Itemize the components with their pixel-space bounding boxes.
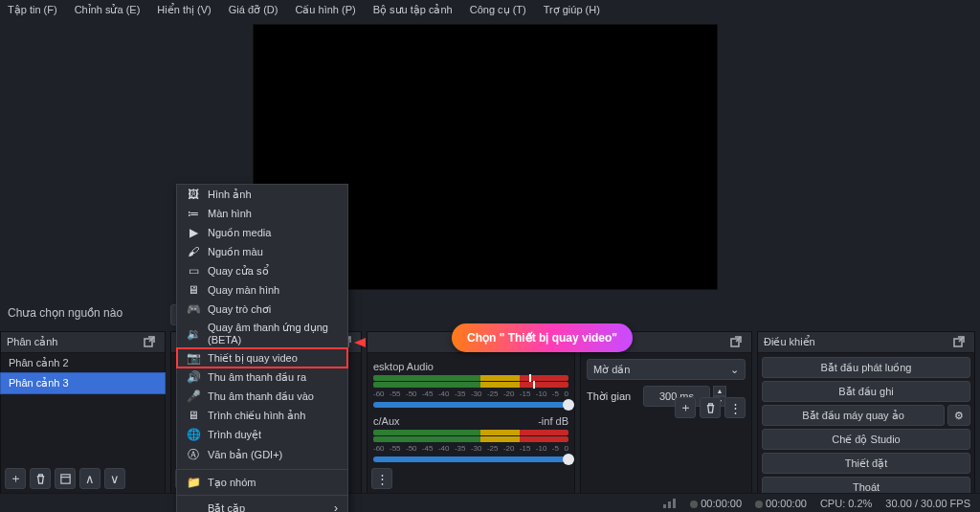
mic-aux-volume-slider[interactable]	[373, 456, 568, 462]
annotation-arrow	[354, 335, 450, 345]
cm-browser[interactable]: 🌐Trình duyệt	[177, 425, 347, 444]
annotation-bubble: Chọn " Thiết bị quay video"	[452, 323, 633, 352]
scenes-list: Phân cảnh 2 Phân cảnh 3	[1, 353, 165, 393]
cm-display[interactable]: ≔Màn hình	[177, 204, 347, 223]
microphone-icon: 🎤	[187, 390, 200, 403]
popout-icon[interactable]	[144, 336, 155, 349]
add-scene-button[interactable]: ＋	[5, 468, 26, 489]
chevron-down-icon: ⌄	[730, 364, 739, 376]
cm-image[interactable]: 🖼Hình ảnh	[177, 185, 347, 204]
settings-button[interactable]: Thiết đặt	[762, 453, 970, 474]
cm-audio-output-capture[interactable]: 🔊Thu âm thanh đầu ra	[177, 367, 347, 387]
mixer-menu-button[interactable]: ⋮	[371, 468, 392, 489]
scenes-header: Phân cảnh	[1, 332, 165, 353]
menu-edit[interactable]: Chỉnh sửa (E)	[75, 4, 141, 16]
desktop-audio-meter	[373, 382, 568, 388]
popout-icon[interactable]	[953, 336, 965, 349]
cm-color-source[interactable]: 🖌Nguồn màu	[177, 242, 347, 261]
status-bar: 00:00:00 00:00:00 CPU: 0.2% 30.00 / 30.0…	[0, 493, 980, 512]
menu-tools[interactable]: Công cụ (T)	[470, 4, 526, 16]
image-icon: 🖼	[187, 188, 200, 201]
spin-up-icon[interactable]: ▲	[713, 386, 726, 396]
cm-group[interactable]: 📁Tạo nhóm	[177, 473, 347, 492]
scenes-title: Phân cảnh	[7, 336, 57, 348]
desktop-audio-meter	[373, 375, 568, 381]
audio-mixer-dock: esktop Audio -60-55-50-45-40-35-30-25-20…	[367, 331, 575, 494]
mic-aux-meter	[373, 436, 568, 442]
scene-filters-button[interactable]	[55, 468, 76, 489]
start-virtual-cam-button[interactable]: Bắt đầu máy quay ảo	[762, 405, 945, 426]
menu-file[interactable]: Tập tin (F)	[8, 4, 57, 16]
controls-header: Điều khiển	[758, 332, 974, 353]
start-streaming-button[interactable]: Bắt đầu phát luồng	[762, 357, 970, 378]
mic-meter-ticks: -60-55-50-45-40-35-30-25-20-15-10-50	[373, 444, 568, 453]
gamepad-icon: 🎮	[187, 302, 200, 316]
text-icon: Ⓐ	[187, 447, 200, 463]
desktop-audio-label: esktop Audio	[373, 361, 434, 372]
start-recording-button[interactable]: Bắt đầu ghi	[762, 381, 970, 402]
cpu-usage: CPU: 0.2%	[820, 498, 872, 509]
no-source-text: Chưa chọn nguồn nào	[8, 306, 166, 320]
speaker-out-icon: 🔊	[187, 370, 200, 384]
cm-display-capture[interactable]: 🖥Quay màn hình	[177, 280, 347, 300]
menu-scene-collection[interactable]: Bộ sưu tập cảnh	[373, 4, 453, 16]
folder-icon: 📁	[187, 476, 200, 489]
monitor-icon: 🖥	[187, 283, 200, 297]
svg-rect-7	[668, 501, 671, 508]
virtual-cam-settings-button[interactable]	[947, 405, 970, 426]
controls-title: Điều khiển	[764, 336, 815, 348]
gear-icon	[954, 410, 964, 422]
transition-menu-button[interactable]: ⋮	[724, 397, 746, 418]
camera-icon: 📷	[187, 351, 200, 365]
mic-aux-db: -inf dB	[538, 415, 568, 427]
stream-dot-icon	[690, 501, 698, 508]
desktop-audio-volume-slider[interactable]	[373, 402, 568, 408]
menubar: Tập tin (F) Chỉnh sửa (E) Hiển thị (V) G…	[0, 0, 980, 20]
remove-scene-button[interactable]	[30, 468, 51, 489]
cm-divider	[177, 469, 347, 470]
studio-mode-button[interactable]: Chế độ Studio	[762, 429, 970, 450]
menu-help[interactable]: Trợ giúp (H)	[544, 4, 600, 16]
cm-video-capture-device[interactable]: 📷Thiết bị quay video	[177, 348, 347, 367]
scene-move-up-button[interactable]: ∧	[79, 468, 100, 489]
window-icon: ▭	[187, 264, 200, 278]
svg-rect-6	[663, 504, 666, 508]
menu-docks[interactable]: Giá đỡ (D)	[229, 4, 278, 16]
svg-marker-10	[354, 338, 366, 347]
mic-aux-meter	[373, 430, 568, 435]
scenes-toolbar: ＋ ∧ ∨	[5, 468, 125, 489]
svg-rect-1	[60, 474, 69, 482]
cm-audio-input-capture[interactable]: 🎤Thu âm thanh đầu vào	[177, 387, 347, 406]
record-status: 00:00:00	[755, 498, 807, 509]
scene-transitions-dock: Mờ dần ⌄ Thời gian 300 ms ▲ ▼ ＋ ⋮	[580, 331, 752, 494]
svg-rect-8	[673, 499, 676, 508]
menu-profile[interactable]: Cấu hình (P)	[295, 4, 355, 16]
speaker-icon: 🔉	[187, 327, 200, 341]
scene-item[interactable]: Phân cảnh 3	[1, 373, 165, 393]
cm-divider	[177, 495, 347, 496]
cm-game-capture[interactable]: 🎮Quay trò chơi	[177, 300, 347, 319]
cm-deprecated-submenu[interactable]: Bắt cặp	[177, 499, 347, 512]
play-icon: ▶	[187, 226, 200, 239]
slideshow-icon: 🖥	[187, 409, 200, 422]
mic-aux-label: c/Aux	[373, 415, 400, 427]
cm-image-slideshow[interactable]: 🖥Trình chiếu hình ảnh	[177, 406, 347, 425]
cm-text-gdi[interactable]: ⒶVăn bản (GDI+)	[177, 444, 347, 466]
network-icon	[663, 498, 677, 510]
add-transition-button[interactable]: ＋	[675, 397, 696, 418]
scene-item[interactable]: Phân cảnh 2	[1, 353, 165, 373]
add-source-context-menu: 🖼Hình ảnh ≔Màn hình ▶Nguồn media 🖌Nguồn …	[176, 184, 348, 512]
cm-window-capture[interactable]: ▭Quay cửa sổ	[177, 261, 347, 280]
fps-display: 30.00 / 30.00 FPS	[885, 498, 970, 509]
record-dot-icon	[755, 501, 763, 508]
cm-media-source[interactable]: ▶Nguồn media	[177, 223, 347, 242]
transition-select[interactable]: Mờ dần ⌄	[587, 359, 746, 380]
list-icon: ≔	[187, 207, 200, 220]
popout-icon[interactable]	[730, 336, 742, 349]
remove-transition-button[interactable]	[700, 397, 721, 418]
scene-move-down-button[interactable]: ∨	[104, 468, 125, 489]
cm-app-audio-capture[interactable]: 🔉Quay âm thanh ứng dụng (BETA)	[177, 319, 347, 348]
menu-view[interactable]: Hiển thị (V)	[157, 4, 211, 16]
duration-label: Thời gian	[587, 390, 639, 403]
desktop-meter-ticks: -60-55-50-45-40-35-30-25-20-15-10-50	[373, 390, 568, 398]
